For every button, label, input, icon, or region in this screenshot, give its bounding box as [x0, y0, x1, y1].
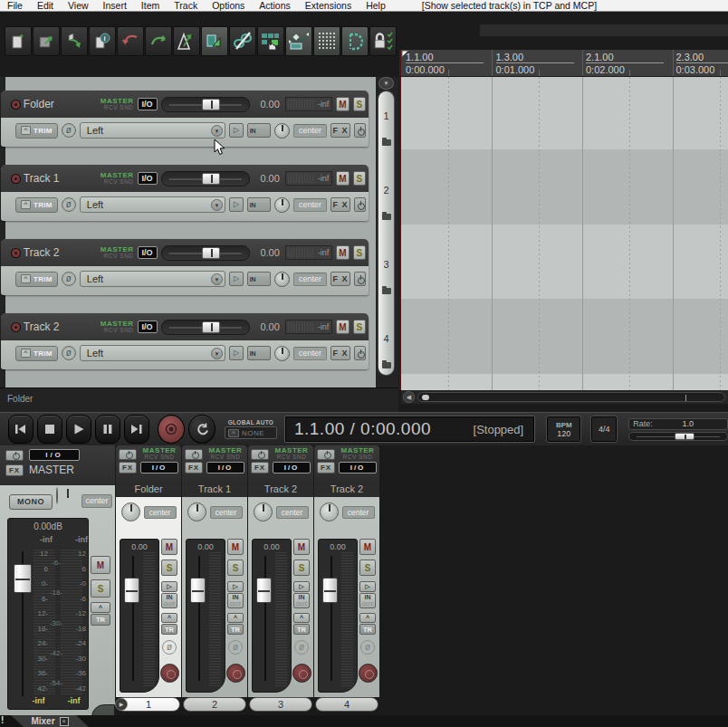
record-monitor-button[interactable]: ▷	[229, 346, 244, 360]
strip-io-button[interactable]: I/O	[140, 462, 178, 474]
strip-trim-button[interactable]: TR	[227, 624, 244, 635]
strip-record-arm-button[interactable]	[160, 664, 179, 683]
track-lane[interactable]	[401, 299, 728, 374]
menu-item[interactable]: Item	[134, 0, 167, 12]
track-lane[interactable]	[401, 149, 728, 225]
strip-mute-button[interactable]: M	[359, 539, 376, 555]
record-button[interactable]	[158, 415, 185, 444]
strip-fader-thumb[interactable]	[322, 578, 338, 603]
volume-fader-thumb[interactable]	[202, 99, 220, 110]
mixer-menu-button[interactable]: ▶	[115, 698, 128, 711]
hscroll-thumb[interactable]	[422, 395, 429, 400]
rate-slider-thumb[interactable]	[675, 433, 694, 440]
volume-fader[interactable]	[161, 320, 251, 335]
grid-snap-button[interactable]	[313, 26, 340, 56]
go-to-end-button[interactable]	[124, 415, 149, 444]
track-lane[interactable]	[401, 77, 728, 149]
pan-knob[interactable]	[274, 346, 290, 361]
metronome-button[interactable]	[173, 26, 200, 56]
fx-button[interactable]: F X	[330, 346, 350, 360]
strip-name[interactable]: Track 2	[248, 483, 313, 497]
strip-fader-thumb[interactable]	[124, 578, 139, 603]
volume-fader[interactable]	[161, 245, 251, 261]
menu-extensions[interactable]: Extensions	[298, 0, 359, 12]
strip-fx-button[interactable]: FX	[185, 462, 203, 474]
record-arm-button[interactable]	[12, 175, 20, 183]
strip-fx-button[interactable]: FX	[119, 462, 137, 474]
folder-icon[interactable]	[382, 288, 391, 294]
record-input-selector[interactable]: Left▼	[80, 196, 225, 213]
strip-env-button[interactable]: ^	[293, 613, 310, 623]
strip-record-arm-button[interactable]	[359, 664, 378, 683]
horizontal-scrollbar[interactable]: ◀	[401, 390, 728, 404]
strip-mute-button[interactable]: M	[293, 539, 310, 555]
mute-button[interactable]: M	[336, 245, 349, 260]
strip-name[interactable]: Track 2	[314, 483, 379, 497]
strip-pan-knob[interactable]	[187, 502, 206, 521]
folder-icon[interactable]	[382, 362, 391, 368]
strip-solo-button[interactable]: S	[227, 560, 244, 576]
play-button[interactable]	[66, 415, 91, 444]
strip-number-tab[interactable]: 2	[183, 697, 246, 712]
track-panel[interactable]: Track 1 MASTER RCV SND I/O 0.00 -inf M S…	[1, 165, 369, 221]
strip-input-button[interactable]: INOUT	[359, 593, 376, 608]
new-project-button[interactable]: *	[5, 26, 32, 56]
volume-fader-thumb[interactable]	[202, 321, 220, 333]
track-power-button[interactable]	[354, 123, 366, 138]
strip-phase-button[interactable]: ø	[360, 640, 375, 655]
strip-number-tab[interactable]: 4	[315, 697, 378, 712]
strip-fx-button[interactable]: FX	[317, 462, 335, 474]
strip-record-arm-button[interactable]	[292, 664, 311, 683]
strip-solo-button[interactable]: S	[161, 560, 177, 576]
locking-button[interactable]	[369, 26, 397, 56]
strip-fader-thumb[interactable]	[190, 578, 206, 603]
fx-button[interactable]: F X	[330, 197, 350, 212]
envelope-trim-button[interactable]: ^TRIM	[15, 123, 58, 139]
mixer-strip[interactable]: MASTER RCV SND FX I/O Track 1 center 0.0…	[182, 445, 247, 713]
envelope-trim-button[interactable]: ^TRIM	[15, 346, 58, 361]
strip-record-arm-button[interactable]	[226, 664, 245, 683]
strip-phase-button[interactable]: ø	[228, 640, 243, 655]
track-lane[interactable]	[401, 225, 728, 299]
track-name[interactable]: Track 2	[24, 246, 92, 259]
io-button[interactable]: I/O	[138, 172, 158, 185]
pan-knob[interactable]	[274, 272, 290, 287]
input-mode-button[interactable]: INOUT	[247, 346, 271, 360]
io-button[interactable]: I/O	[138, 246, 158, 259]
strip-name[interactable]: Track 1	[182, 483, 247, 497]
strip-power-button[interactable]	[119, 449, 137, 460]
track-name[interactable]: Folder	[24, 98, 92, 110]
track-lane[interactable]	[401, 374, 728, 390]
strip-fader-thumb[interactable]	[256, 578, 272, 603]
phase-button[interactable]: ø	[62, 197, 76, 212]
strip-io-button[interactable]: I/O	[206, 462, 244, 474]
master-env-button[interactable]: ^	[91, 602, 110, 613]
track-power-button[interactable]	[354, 346, 366, 360]
record-input-selector[interactable]: Left▼	[80, 122, 225, 139]
master-mute-button[interactable]: M	[91, 556, 110, 574]
undo-button[interactable]	[117, 26, 144, 56]
track-panel[interactable]: Track 2 MASTER RCV SND I/O 0.00 -inf M S…	[1, 239, 369, 295]
track-panel[interactable]: Folder MASTER RCV SND I/O 0.00 -inf M S …	[1, 91, 369, 147]
track-power-button[interactable]	[354, 197, 366, 212]
strip-env-button[interactable]: ^	[161, 613, 177, 623]
strip-input-button[interactable]: INOUT	[161, 593, 177, 608]
item-grouping-button[interactable]	[229, 26, 256, 56]
strip-power-button[interactable]	[185, 449, 203, 460]
record-arm-button[interactable]	[12, 100, 20, 109]
global-automation-control[interactable]: GLOBAL AUTO ^NONE	[225, 415, 277, 444]
pan-knob[interactable]	[274, 197, 290, 213]
repeat-button[interactable]	[188, 415, 216, 444]
volume-fader[interactable]	[161, 97, 251, 112]
strip-fx-button[interactable]: FX	[251, 462, 269, 474]
hscroll-track[interactable]	[417, 392, 725, 402]
master-mono-button[interactable]: MONO	[9, 494, 53, 510]
track-name[interactable]: Track 2	[24, 320, 92, 333]
close-icon[interactable]: ×	[60, 717, 69, 726]
save-project-button[interactable]	[61, 26, 88, 56]
record-arm-button[interactable]	[12, 249, 20, 257]
strip-number-tab[interactable]: 3	[249, 697, 312, 712]
strip-input-button[interactable]: INOUT	[293, 593, 310, 608]
volume-fader[interactable]	[161, 171, 251, 187]
mixer-strip[interactable]: MASTER RCV SND FX I/O Folder center 0.00	[116, 445, 181, 713]
